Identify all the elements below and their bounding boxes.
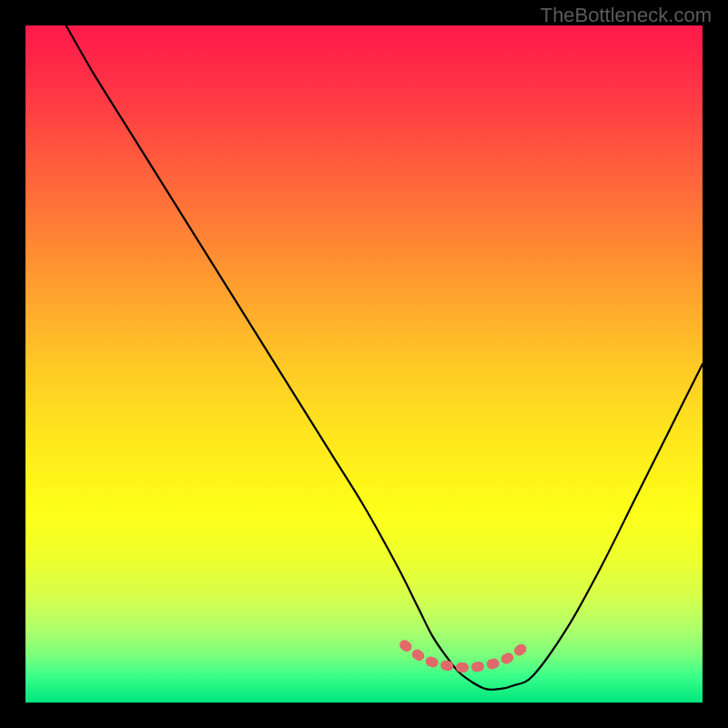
watermark-text: TheBottleneck.com	[541, 4, 712, 27]
plot-area	[25, 25, 703, 703]
chart-svg	[25, 25, 703, 703]
sweet-spot-band	[405, 645, 527, 668]
bottleneck-curve	[66, 25, 703, 690]
